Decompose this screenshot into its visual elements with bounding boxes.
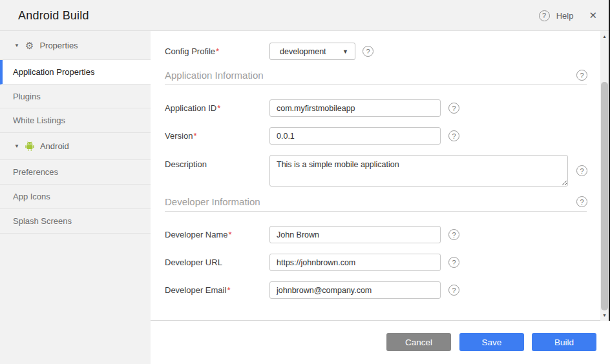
config-profile-label: Config Profile* [165,46,219,56]
sidebar-item-label: Preferences [13,167,58,177]
sidebar-item-white-listings[interactable]: White Listings [0,108,151,133]
required-marker: * [229,230,232,239]
description-textarea[interactable]: This is a simple mobile application [269,155,568,187]
help-icon[interactable]: ? [576,196,587,207]
label-text: Developer Name [165,230,228,239]
help-icon[interactable]: ? [576,165,587,176]
required-marker: * [227,285,230,295]
sidebar-item-splash-screens[interactable]: Splash Screens [0,209,151,234]
application-id-label: Application ID* [165,103,220,113]
developer-name-label: Developer Name* [165,230,232,239]
developer-url-input[interactable] [269,254,441,271]
cancel-button[interactable]: Cancel [386,333,451,351]
sidebar-group-android[interactable]: ▼ Android [0,133,151,160]
sidebar-item-label: App Icons [13,192,50,201]
developer-email-label: Developer Email* [165,285,230,295]
form-panel: Config Profile* development ▼ ? Applicat… [151,31,610,321]
section-divider [165,211,587,212]
chevron-down-icon: ▼ [342,48,348,55]
required-marker: * [216,46,219,56]
sidebar-item-label: Splash Screens [13,216,72,226]
save-button[interactable]: Save [459,333,524,351]
label-text: Developer Email [165,285,226,295]
sidebar-group-properties[interactable]: ▼ ⚙ Properties [0,31,151,60]
developer-name-input[interactable] [269,226,441,243]
help-icon[interactable]: ? [448,285,459,296]
help-icon[interactable]: ? [448,103,459,114]
header-actions: ? Help ✕ [539,0,597,31]
scroll-down-icon[interactable]: ▼ [600,311,609,319]
config-profile-value: development [280,47,326,56]
sidebar-item-plugins[interactable]: Plugins [0,85,151,108]
description-label: Description [165,159,207,169]
application-id-input[interactable] [269,99,441,117]
config-profile-select[interactable]: development ▼ [269,43,355,60]
build-button[interactable]: Build [532,333,596,351]
android-icon [25,141,34,151]
required-marker: * [217,103,220,113]
vertical-scrollbar[interactable]: ▲ ▼ [600,31,609,321]
sidebar-item-app-icons[interactable]: App Icons [0,185,151,209]
sidebar-group-label: Properties [39,41,78,50]
developer-email-input[interactable] [269,281,441,299]
help-icon[interactable]: ? [448,257,459,268]
section-title-developer-information: Developer Information [165,196,260,207]
section-title-application-information: Application Information [165,70,264,81]
version-input[interactable] [269,127,441,145]
developer-url-label: Developer URL [165,258,222,267]
sidebar-item-label: White Listings [13,116,65,125]
help-icon[interactable]: ? [576,70,587,81]
main-content: Config Profile* development ▼ ? Applicat… [151,31,610,364]
sidebar-item-label: Plugins [13,92,41,101]
section-divider [165,84,587,85]
chevron-down-icon: ▼ [14,143,19,149]
version-label: Version* [165,131,196,141]
gear-icon: ⚙ [25,41,34,50]
label-text: Config Profile [165,46,215,56]
help-icon[interactable]: ? [448,130,459,141]
label-text: Application ID [165,103,216,113]
required-marker: * [193,131,196,141]
page-title: Android Build [18,0,89,31]
help-link[interactable]: Help [556,11,574,21]
help-icon[interactable]: ? [363,46,373,57]
sidebar-item-label: Application Properties [13,67,94,77]
help-icon[interactable]: ? [539,10,550,21]
close-icon[interactable]: ✕ [589,10,597,21]
sidebar-item-application-properties[interactable]: Application Properties [0,60,151,85]
sidebar-group-label: Android [40,141,69,151]
help-icon[interactable]: ? [448,229,459,240]
chevron-down-icon: ▼ [14,43,19,48]
sidebar: ▼ ⚙ Properties Application Properties Pl… [0,31,151,364]
android-build-dialog: Android Build ? Help ✕ ▼ ⚙ Properties Ap… [0,0,610,364]
label-text: Version [165,131,193,141]
header-bar: Android Build ? Help ✕ [0,0,610,31]
sidebar-item-preferences[interactable]: Preferences [0,160,151,185]
scroll-up-icon[interactable]: ▲ [600,32,609,41]
scrollbar-thumb[interactable] [601,82,608,310]
